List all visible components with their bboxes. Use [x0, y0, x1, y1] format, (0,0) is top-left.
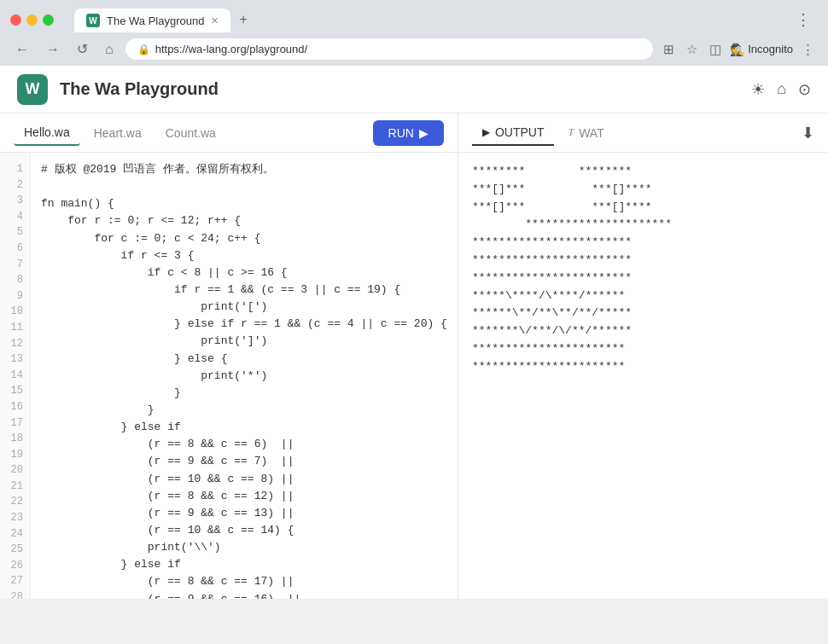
browser-menu-icon[interactable]: ⋮: [796, 10, 811, 29]
code-area: 1234567891011121314151617181920212223242…: [0, 153, 458, 599]
line-number: 9: [0, 288, 30, 305]
url-text: https://wa-lang.org/playground/: [155, 43, 308, 55]
line-number: 21: [0, 479, 30, 495]
tab-wat[interactable]: T WAT: [557, 121, 614, 145]
translate-icon[interactable]: ⊞: [660, 38, 678, 61]
theme-icon[interactable]: ☀: [751, 80, 765, 99]
line-number: 14: [0, 368, 30, 384]
tab-heart-wa[interactable]: Heart.wa: [84, 121, 152, 145]
line-number: 23: [0, 510, 30, 526]
code-content[interactable]: # 版权 @2019 凹语言 作者。保留所有权利。 fn main() { fo…: [31, 153, 458, 599]
line-number: 4: [0, 209, 30, 225]
line-number: 25: [0, 542, 30, 558]
traffic-lights: [10, 15, 54, 26]
output-tab-icon: ▶: [482, 126, 490, 138]
browser-tab-active[interactable]: W The Wa Playground ✕: [74, 9, 230, 32]
maximize-button[interactable]: [43, 15, 54, 26]
incognito-label: Incognito: [748, 43, 793, 55]
main-content: Hello.wa Heart.wa Count.wa RUN ▶ 1234567…: [0, 113, 828, 599]
line-number: 16: [0, 399, 30, 415]
run-button[interactable]: RUN ▶: [373, 120, 444, 146]
line-number: 11: [0, 320, 30, 336]
line-number: 13: [0, 351, 30, 368]
incognito-icon: 🕵: [730, 43, 744, 56]
editor-pane: Hello.wa Heart.wa Count.wa RUN ▶ 1234567…: [0, 113, 458, 599]
incognito-button[interactable]: 🕵 Incognito: [730, 43, 793, 56]
line-number: 10: [0, 304, 30, 320]
close-button[interactable]: [10, 15, 21, 26]
browser-chrome: W The Wa Playground ✕ + ⋮ ← → ↺ ⌂ 🔒 http…: [0, 0, 828, 66]
app-logo: W: [17, 74, 48, 105]
play-icon: ▶: [419, 126, 429, 140]
nav-icons: ⊞ ☆ ◫ 🕵 Incognito ⋮: [660, 38, 818, 61]
line-number: 6: [0, 241, 30, 257]
tab-title: The Wa Playground: [107, 15, 204, 27]
tab-close-icon[interactable]: ✕: [211, 15, 219, 26]
line-number: 20: [0, 462, 30, 479]
header-icons: ☀ ⌂ ⊙: [751, 80, 811, 99]
line-number: 3: [0, 193, 30, 209]
line-numbers: 1234567891011121314151617181920212223242…: [0, 153, 31, 599]
line-number: 24: [0, 526, 30, 542]
output-content: ******** ******** ***[]*** ***[]**** ***…: [458, 153, 828, 599]
home-icon[interactable]: ⌂: [777, 80, 786, 98]
download-icon[interactable]: ⬇: [802, 124, 814, 142]
line-number: 22: [0, 494, 30, 510]
address-bar[interactable]: 🔒 https://wa-lang.org/playground/: [125, 38, 654, 60]
bookmark-icon[interactable]: ☆: [683, 38, 701, 61]
tab-output[interactable]: ▶ OUTPUT: [472, 120, 555, 146]
tab-bar: W The Wa Playground ✕ +: [74, 7, 256, 32]
line-number: 27: [0, 573, 30, 589]
minimize-button[interactable]: [26, 15, 38, 26]
line-number: 15: [0, 383, 30, 399]
home-button[interactable]: ⌂: [100, 38, 119, 61]
wat-tab-icon: T: [568, 126, 574, 139]
tab-favicon: W: [86, 14, 100, 27]
line-number: 19: [0, 447, 30, 463]
line-number: 8: [0, 272, 30, 288]
line-number: 5: [0, 224, 30, 241]
back-button[interactable]: ←: [10, 38, 34, 61]
line-number: 18: [0, 431, 30, 447]
output-pane: ▶ OUTPUT T WAT ⬇ ******** ******** ***[]…: [458, 113, 828, 599]
line-number: 28: [0, 589, 30, 599]
app-title: The Wa Playground: [60, 79, 751, 99]
line-number: 2: [0, 177, 30, 194]
line-number: 12: [0, 336, 30, 352]
sidebar-icon[interactable]: ◫: [706, 38, 725, 61]
app-header: W The Wa Playground ☀ ⌂ ⊙: [0, 66, 828, 113]
nav-bar: ← → ↺ ⌂ 🔒 https://wa-lang.org/playground…: [0, 32, 828, 66]
new-tab-button[interactable]: +: [230, 7, 255, 32]
app: W The Wa Playground ☀ ⌂ ⊙ Hello.wa Heart…: [0, 66, 828, 599]
browser-options-icon[interactable]: ⋮: [798, 38, 818, 61]
tab-count-wa[interactable]: Count.wa: [155, 121, 226, 145]
refresh-button[interactable]: ↺: [72, 38, 93, 61]
editor-tabs: Hello.wa Heart.wa Count.wa RUN ▶: [0, 113, 458, 153]
line-number: 26: [0, 558, 30, 574]
title-bar: W The Wa Playground ✕ + ⋮: [0, 0, 828, 32]
github-icon[interactable]: ⊙: [798, 80, 811, 99]
line-number: 7: [0, 257, 30, 273]
forward-button[interactable]: →: [41, 38, 65, 61]
line-number: 1: [0, 161, 30, 177]
line-number: 17: [0, 415, 30, 432]
tab-hello-wa[interactable]: Hello.wa: [14, 120, 80, 146]
output-tabs: ▶ OUTPUT T WAT ⬇: [458, 113, 828, 153]
